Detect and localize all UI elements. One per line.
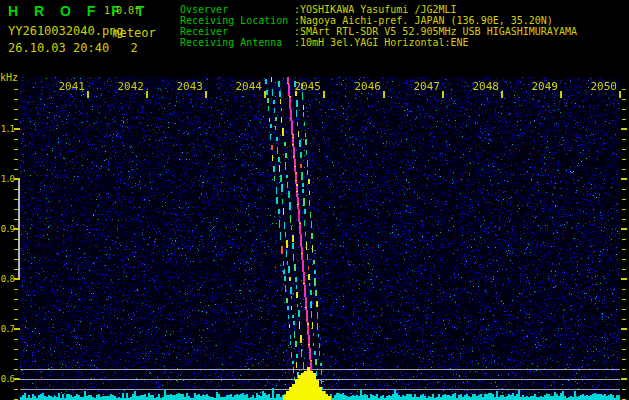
x-axis-time-tick (501, 91, 503, 98)
station-info-row: Receiving Antenna:10mH 3el.YAGI Horizont… (180, 37, 577, 48)
output-filename: YY2610032040.png (8, 24, 124, 38)
app-version: 1.0.0f (104, 5, 140, 16)
y-axis-minor-tick-right (622, 209, 626, 210)
x-axis-time-label: 2050 (584, 80, 617, 93)
y-axis-minor-tick-right (622, 359, 626, 360)
y-axis-minor-tick-right (622, 169, 626, 170)
y-axis-minor-tick (14, 109, 18, 110)
y-axis-minor-tick (14, 99, 18, 100)
y-axis-minor-tick (14, 319, 18, 320)
y-axis-major-tick (14, 328, 20, 330)
y-axis-minor-tick (14, 339, 18, 340)
y-axis-label: 0.7 (0, 324, 14, 334)
x-axis-time-label: 2041 (52, 80, 85, 93)
y-axis-minor-tick (14, 199, 18, 200)
y-axis-label: 0.6 (0, 374, 14, 384)
y-axis-major-tick (14, 228, 20, 230)
y-axis-minor-tick (14, 89, 18, 90)
y-axis-label: 0.8 (0, 274, 14, 284)
y-axis-minor-tick-right (622, 369, 626, 370)
y-axis-minor-tick-right (622, 349, 626, 350)
x-axis-time-tick (619, 91, 621, 98)
station-info-label: Ovserver (180, 4, 294, 15)
y-axis-major-tick-right (621, 278, 627, 280)
x-axis-time-tick (560, 91, 562, 98)
y-axis-minor-tick-right (622, 99, 626, 100)
y-axis-minor-tick (14, 389, 18, 390)
x-axis-time-tick (383, 91, 385, 98)
y-axis-minor-tick (14, 139, 18, 140)
x-axis-time-label: 2048 (466, 80, 499, 93)
y-axis-major-tick (14, 178, 20, 180)
station-info-value: :Nagoya Aichi-pref. JAPAN (136.90E, 35.2… (294, 15, 553, 26)
x-axis-time-tick (87, 91, 89, 98)
hrofft-window: H R O F F T 1.0.0f YY2610032040.png mete… (0, 0, 629, 400)
y-axis-minor-tick-right (622, 289, 626, 290)
x-axis-time-label: 2044 (229, 80, 262, 93)
y-axis-minor-tick (14, 119, 18, 120)
y-axis-minor-tick-right (622, 189, 626, 190)
y-axis-label: 1.0 (0, 174, 14, 184)
y-axis-minor-tick-right (622, 159, 626, 160)
y-axis-major-tick (14, 278, 20, 280)
x-axis-time-tick (264, 91, 266, 98)
y-axis-major-tick-right (621, 128, 627, 130)
x-axis-time-tick (146, 91, 148, 98)
y-axis-minor-tick (14, 309, 18, 310)
spectrogram-canvas (20, 77, 620, 400)
station-info-value: :YOSHIKAWA Yasufumi /JG2MLI (294, 4, 457, 15)
y-axis-minor-tick-right (622, 109, 626, 110)
timestamp: 26.10.03 20:40 (8, 41, 109, 55)
y-axis-minor-tick (14, 369, 18, 370)
station-info-row: Receiver:SMArt RTL-SDR V5 52.905MHz USB … (180, 26, 577, 37)
x-axis-time-tick (205, 91, 207, 98)
y-axis-minor-tick-right (622, 199, 626, 200)
y-axis-minor-tick-right (622, 89, 626, 90)
y-axis-label: 1.1 (0, 124, 14, 134)
y-axis-minor-tick-right (622, 339, 626, 340)
y-axis-minor-tick (14, 159, 18, 160)
y-axis-minor-tick-right (622, 139, 626, 140)
station-info-value: :10mH 3el.YAGI Horizontal:ENE (294, 37, 469, 48)
x-axis-time-label: 2046 (348, 80, 381, 93)
y-axis-minor-tick-right (622, 259, 626, 260)
y-axis-minor-tick (14, 169, 18, 170)
y-axis-minor-tick (14, 149, 18, 150)
y-axis-minor-tick (14, 249, 18, 250)
y-axis-major-tick (14, 378, 20, 380)
y-axis-minor-tick (14, 219, 18, 220)
x-axis-time-label: 2043 (170, 80, 203, 93)
station-info-value: :SMArt RTL-SDR V5 52.905MHz USB HIGASHIM… (294, 26, 577, 37)
station-info-label: Receiving Location (180, 15, 294, 26)
x-axis-time-label: 2047 (407, 80, 440, 93)
y-axis-unit: kHz (0, 72, 18, 83)
station-info-label: Receiver (180, 26, 294, 37)
y-axis-major-tick-right (621, 178, 627, 180)
y-axis-minor-tick-right (622, 319, 626, 320)
mode-label: meteor (108, 26, 160, 40)
station-info-row: Receiving Location:Nagoya Aichi-pref. JA… (180, 15, 577, 26)
meteor-count: 2 (108, 41, 160, 55)
y-axis-minor-tick-right (622, 219, 626, 220)
y-axis-major-tick-right (621, 378, 627, 380)
y-axis-minor-tick (14, 359, 18, 360)
y-axis-minor-tick (14, 209, 18, 210)
y-axis-minor-tick (14, 269, 18, 270)
x-axis-time-label: 2042 (111, 80, 144, 93)
y-axis-minor-tick (14, 349, 18, 350)
y-axis-minor-tick-right (622, 299, 626, 300)
x-axis-time-label: 2045 (288, 80, 321, 93)
x-axis-time-tick (442, 91, 444, 98)
station-info-row: Ovserver:YOSHIKAWA Yasufumi /JG2MLI (180, 4, 577, 15)
station-info-label: Receiving Antenna (180, 37, 294, 48)
y-axis-label: 0.9 (0, 224, 14, 234)
x-axis-time-tick (323, 91, 325, 98)
y-axis-minor-tick-right (622, 389, 626, 390)
y-axis-minor-tick (14, 189, 18, 190)
station-info: Ovserver:YOSHIKAWA Yasufumi /JG2MLIRecei… (180, 4, 577, 48)
y-axis-minor-tick-right (622, 239, 626, 240)
y-axis-minor-tick-right (622, 119, 626, 120)
y-axis-minor-tick-right (622, 149, 626, 150)
x-axis-time-label: 2049 (525, 80, 558, 93)
y-axis-minor-tick (14, 299, 18, 300)
